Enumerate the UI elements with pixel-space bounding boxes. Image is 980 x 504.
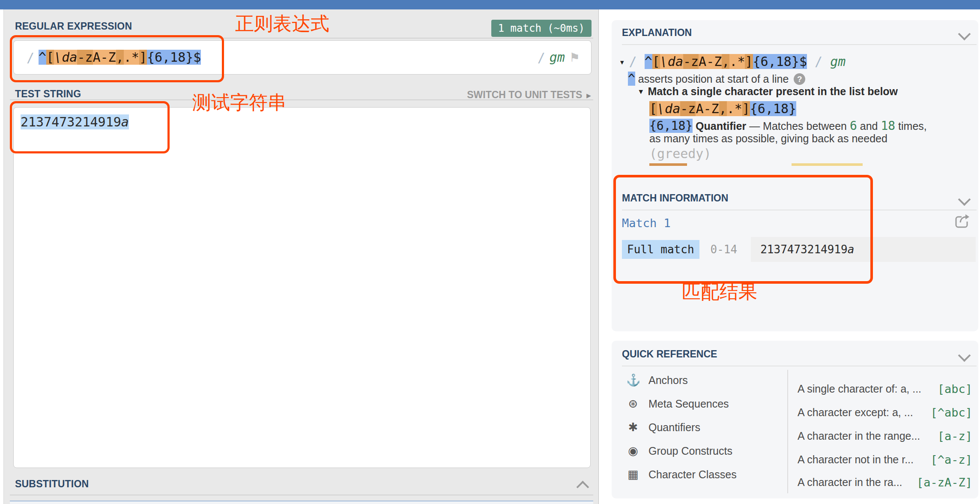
explanation-greedy-line: (greedy) [649,146,711,161]
quick-reference-title: QUICK REFERENCE [622,348,717,360]
match-row: Full match 0-14 2137473214919a [622,237,976,262]
regular-expression-title: REGULAR EXPRESSION [15,21,132,32]
life-ring-icon: ⊛ [626,397,640,411]
qr-item-group-constructs[interactable]: ◉ Group Constructs [626,442,732,459]
divider [10,495,593,495]
explanation-charclass-line: ▾Match a single character present in the… [639,85,898,98]
asterisk-icon: ✱ [626,420,640,434]
quick-reference-card: QUICK REFERENCE ⚓ Anchors ⊛ Meta Sequenc… [612,341,978,498]
flag-icon[interactable]: ⚑ [569,51,580,65]
regex-close-delimiter: / [538,50,545,65]
divider [622,44,977,45]
match-value: 2137473214919a [751,237,976,262]
annotation-match-result-label: 匹配结果 [682,279,757,305]
divider [787,370,788,493]
editor-panel: REGULAR EXPRESSION 1 match (~0ms) / ^[\d… [3,9,599,504]
grid-icon: ▦ [626,468,640,481]
qr-item-meta-sequences[interactable]: ⊛ Meta Sequences [626,395,729,412]
qr-entry[interactable]: A character in the ra... [a-zA-Z] [798,474,972,491]
qr-entry[interactable]: A character in the range... [a-z] [798,427,972,444]
scroll-indicator [792,163,863,166]
qr-entry[interactable]: A character not in the r... [^a-z] [798,451,972,468]
qr-item-anchors[interactable]: ⚓ Anchors [626,372,688,389]
regex-tool-screen: REGULAR EXPRESSION 1 match (~0ms) / ^[\d… [0,0,980,504]
switch-to-unit-tests-link[interactable]: SWITCH TO UNIT TESTS▸ [467,89,591,101]
qr-entry[interactable]: A single character of: a, ... [abc] [798,380,972,397]
anchor-icon: ⚓ [626,373,640,387]
scroll-indicator [649,163,687,166]
match-1-label: Match 1 [622,216,671,230]
divider [10,99,593,100]
explanation-card: EXPLANATION ▾/ ^[\da-zA-Z,.*]{6,18}$ / g… [612,20,978,331]
annotation-test-string-label: 测试字符串 [192,90,287,115]
regex-pattern[interactable]: ^[\da-zA-Z,.*]{6,18}$ [39,48,201,66]
chevron-up-icon[interactable] [577,481,589,494]
chevron-down-icon[interactable] [958,349,971,362]
match-count-badge: 1 match (~0ms) [491,20,592,37]
help-icon[interactable]: ? [794,73,805,85]
explained-pattern: / ^[\da-zA-Z,.*]{6,18}$ / gm [629,54,846,69]
annotation-regex-label: 正则表达式 [235,11,329,36]
explanation-regex-line: ▾/ ^[\da-zA-Z,.*]{6,18}$ / gm [620,53,846,71]
export-matches-icon[interactable] [954,214,971,229]
divider [622,210,977,210]
explanation-continued-line: as many times as possible, giving back a… [649,132,887,145]
regex-input[interactable]: / ^[\da-zA-Z,.*]{6,18}$ / gm ⚑ [13,40,592,75]
arrow-right-icon: ▸ [586,91,591,100]
match-information-title: MATCH INFORMATION [622,192,728,204]
top-nav-bar [0,0,980,9]
chevron-down-icon[interactable] [958,28,971,41]
explanation-title: EXPLANATION [622,27,692,39]
substitution-title[interactable]: SUBSTITUTION [15,478,89,490]
qr-item-character-classes[interactable]: ▦ Character Classes [626,466,737,483]
divider [10,38,593,39]
test-string-input[interactable]: 2137473214919a [13,107,591,468]
match-range: 0-14 [711,243,738,256]
results-panel: EXPLANATION ▾/ ^[\da-zA-Z,.*]{6,18}$ / g… [599,9,980,504]
divider [622,366,977,366]
explanation-charclass-code: [\da-zA-Z,.*]{6,18} [649,100,796,118]
tree-caret-icon[interactable]: ▾ [639,87,643,96]
matched-text: 2137473214919a [21,114,129,129]
qr-entry[interactable]: A character except: a, ... [^abc] [798,404,972,421]
tree-caret-icon[interactable]: ▾ [620,58,624,66]
substitution-input-edge [10,501,593,504]
regex-flags[interactable]: gm [550,48,565,66]
qr-item-quantifiers[interactable]: ✱ Quantifiers [626,419,700,436]
circled-dot-icon: ◉ [626,444,640,458]
test-string-title: TEST STRING [15,88,81,100]
regex-open-delimiter: / [27,50,34,65]
chevron-down-icon[interactable] [958,193,971,206]
full-match-chip: Full match [622,240,699,259]
